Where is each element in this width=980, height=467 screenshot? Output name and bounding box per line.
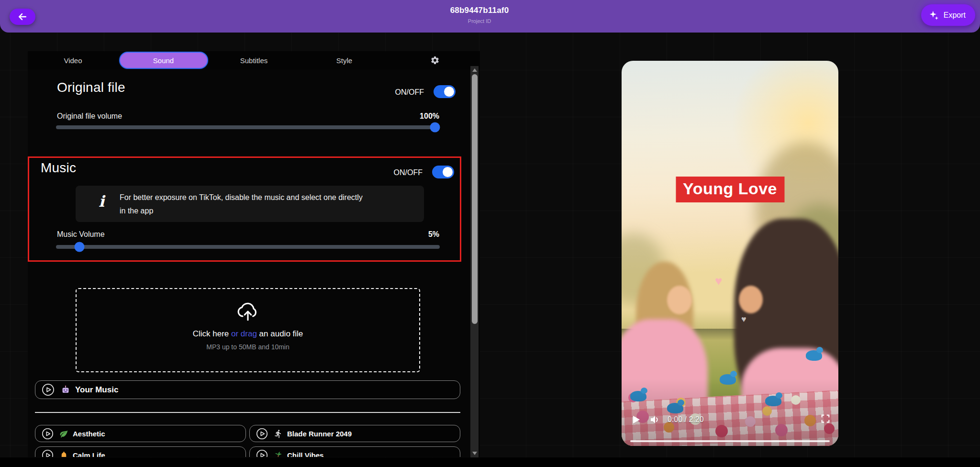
upload-prompt-prefix: Click here	[193, 329, 231, 338]
info-icon: i	[99, 192, 104, 211]
music-toggle-label: ON/OFF	[394, 168, 423, 177]
library-item-label: Calm Life	[73, 451, 105, 457]
toggle-knob	[444, 87, 454, 97]
library-item-calm-life[interactable]: Calm Life	[35, 446, 246, 457]
playback-time: 0:00 / 2:20	[668, 415, 704, 424]
tab-bar: Video Sound Subtitles Style	[28, 51, 480, 69]
library-item-label: Chill Vibes	[287, 451, 323, 457]
library-divider	[35, 412, 460, 413]
original-volume-slider[interactable]	[56, 125, 440, 129]
scroll-up-icon[interactable]	[472, 68, 477, 72]
settings-tab[interactable]	[390, 56, 480, 65]
arrow-left-icon	[17, 11, 28, 22]
export-label: Export	[944, 11, 966, 20]
original-volume-value: 100%	[420, 112, 439, 121]
music-info-text: For better exposure on TikTok, disable t…	[120, 191, 368, 218]
tab-video[interactable]: Video	[28, 56, 118, 65]
video-controls: 0:00 / 2:20	[622, 411, 838, 428]
library-item-label: Blade Runner 2049	[287, 430, 352, 438]
project-id-label: Project ID	[450, 18, 509, 24]
tab-sound[interactable]: Sound	[119, 52, 208, 69]
your-music-label: Your Music	[75, 385, 118, 395]
library-item-label: Aesthetic	[73, 430, 105, 438]
library-item-blade-runner[interactable]: Blade Runner 2049	[249, 425, 460, 442]
scrollbar-thumb[interactable]	[472, 74, 478, 324]
sparkles-icon	[929, 10, 939, 21]
palm-tree-icon	[274, 451, 283, 457]
music-volume-slider[interactable]	[56, 245, 440, 249]
video-preview: ♥ ♥ Young Love 0:00 / 2:20	[622, 61, 838, 446]
editor-panel: Video Sound Subtitles Style Original fil…	[28, 51, 480, 457]
bird	[806, 350, 822, 361]
music-toggle[interactable]	[432, 166, 454, 178]
cloud-upload-icon	[236, 300, 260, 323]
robot-icon	[60, 385, 71, 395]
library-item-chill-vibes[interactable]: Chill Vibes	[249, 446, 460, 457]
audio-upload-dropzone[interactable]: Click here or drag an audio file MP3 up …	[76, 288, 420, 372]
original-file-heading: Original file	[57, 80, 125, 95]
volume-icon[interactable]	[649, 414, 661, 425]
video-progress-bar[interactable]	[630, 440, 830, 442]
play-circle-icon[interactable]	[42, 383, 55, 396]
play-icon[interactable]	[630, 414, 642, 425]
scroll-down-icon[interactable]	[472, 452, 477, 455]
panel-scrollbar[interactable]	[470, 66, 479, 457]
play-circle-icon[interactable]	[42, 428, 54, 440]
music-volume-label: Music Volume	[57, 230, 105, 239]
tab-style[interactable]: Style	[299, 56, 390, 65]
library-item-aesthetic[interactable]: Aesthetic	[35, 425, 246, 442]
gear-icon	[430, 56, 440, 65]
heart-decor: ♥	[741, 314, 746, 324]
music-heading: Music	[41, 160, 76, 176]
music-volume-slider-thumb[interactable]	[75, 242, 85, 252]
runner-icon	[274, 429, 283, 438]
fullscreen-icon[interactable]	[820, 413, 831, 424]
music-section-highlight: Music ON/OFF i For better exposure on Ti…	[28, 156, 461, 262]
app: 68b9447b11af0 Project ID Export Video So…	[0, 0, 980, 467]
leaf-icon	[59, 429, 68, 438]
upload-restrictions: MP3 up to 50MB and 10min	[77, 343, 419, 351]
upload-prompt-suffix: an audio file	[257, 329, 303, 338]
project-title-block: 68b9447b11af0 Project ID	[450, 6, 509, 24]
upload-prompt: Click here or drag an audio file	[77, 329, 419, 339]
music-volume-value: 5%	[428, 230, 439, 239]
play-circle-icon[interactable]	[42, 449, 54, 457]
header: 68b9447b11af0 Project ID Export	[0, 0, 980, 33]
your-music-row[interactable]: Your Music	[35, 380, 460, 399]
bottom-strip	[0, 457, 980, 467]
toggle-knob	[443, 167, 453, 177]
play-circle-icon[interactable]	[256, 428, 268, 440]
original-volume-slider-thumb[interactable]	[430, 122, 440, 133]
music-info-box: i For better exposure on TikTok, disable…	[76, 186, 424, 222]
play-circle-icon[interactable]	[256, 449, 268, 457]
export-button[interactable]: Export	[921, 4, 975, 26]
back-button[interactable]	[10, 9, 35, 25]
upload-prompt-accent: or drag	[231, 329, 257, 338]
tab-subtitles[interactable]: Subtitles	[209, 56, 299, 65]
original-volume-label: Original file volume	[57, 112, 122, 121]
heart-decor: ♥	[715, 274, 722, 289]
bell-icon	[59, 451, 68, 457]
video-title-overlay: Young Love	[676, 177, 784, 202]
original-file-toggle[interactable]	[434, 85, 456, 98]
project-id: 68b9447b11af0	[450, 6, 509, 15]
original-file-toggle-label: ON/OFF	[395, 88, 424, 97]
